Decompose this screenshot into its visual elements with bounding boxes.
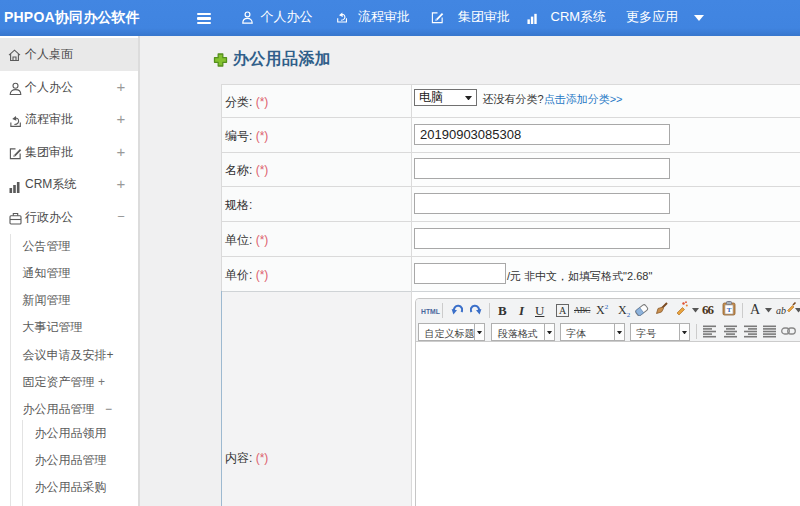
svg-text:T: T — [727, 306, 732, 314]
